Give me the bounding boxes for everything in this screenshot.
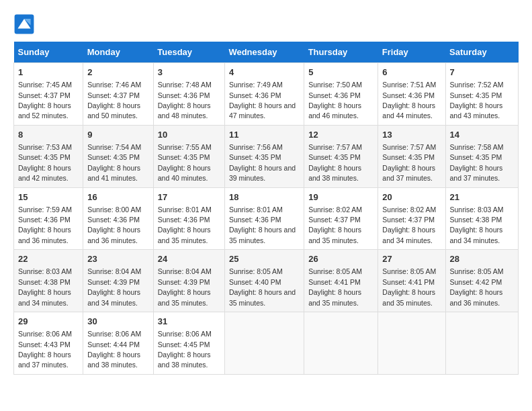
day-info: Sunrise: 7:55 AMSunset: 4:35 PMDaylight:… [158, 143, 212, 182]
day-number: 13 [382, 129, 441, 141]
day-info: Sunrise: 7:49 AMSunset: 4:36 PMDaylight:… [229, 81, 296, 120]
day-cell: 23Sunrise: 8:04 AMSunset: 4:39 PMDayligh… [83, 250, 154, 312]
day-info: Sunrise: 7:57 AMSunset: 4:35 PMDaylight:… [308, 143, 362, 182]
day-number: 23 [87, 253, 149, 265]
day-info: Sunrise: 7:46 AMSunset: 4:37 PMDaylight:… [87, 81, 141, 120]
day-info: Sunrise: 8:03 AMSunset: 4:38 PMDaylight:… [450, 205, 504, 244]
day-cell: 2Sunrise: 7:46 AMSunset: 4:37 PMDaylight… [83, 63, 154, 126]
day-cell [304, 312, 378, 375]
calendar-table: SundayMondayTuesdayWednesdayThursdayFrid… [13, 42, 519, 375]
day-cell: 13Sunrise: 7:57 AMSunset: 4:35 PMDayligh… [378, 125, 445, 187]
day-cell: 30Sunrise: 8:06 AMSunset: 4:44 PMDayligh… [83, 312, 154, 375]
day-cell: 1Sunrise: 7:45 AMSunset: 4:37 PMDaylight… [14, 63, 83, 126]
day-info: Sunrise: 8:06 AMSunset: 4:43 PMDaylight:… [18, 330, 72, 369]
column-header-thursday: Thursday [304, 42, 378, 63]
day-cell: 18Sunrise: 8:01 AMSunset: 4:36 PMDayligh… [224, 187, 304, 250]
day-info: Sunrise: 8:05 AMSunset: 4:40 PMDaylight:… [229, 267, 296, 306]
day-number: 25 [229, 253, 300, 265]
day-cell: 28Sunrise: 8:05 AMSunset: 4:42 PMDayligh… [445, 250, 519, 312]
day-info: Sunrise: 8:02 AMSunset: 4:37 PMDaylight:… [308, 205, 362, 244]
day-number: 3 [158, 66, 220, 79]
week-row-2: 8Sunrise: 7:53 AMSunset: 4:35 PMDaylight… [14, 125, 519, 187]
week-row-3: 15Sunrise: 7:59 AMSunset: 4:36 PMDayligh… [14, 187, 519, 250]
day-info: Sunrise: 8:03 AMSunset: 4:38 PMDaylight:… [18, 267, 72, 306]
day-number: 19 [308, 191, 373, 203]
day-info: Sunrise: 7:53 AMSunset: 4:35 PMDaylight:… [18, 143, 72, 182]
day-number: 17 [158, 191, 220, 203]
day-info: Sunrise: 7:51 AMSunset: 4:36 PMDaylight:… [382, 81, 436, 120]
day-info: Sunrise: 7:45 AMSunset: 4:37 PMDaylight:… [18, 81, 72, 120]
day-cell [378, 312, 445, 375]
column-header-friday: Friday [378, 42, 445, 63]
day-cell: 15Sunrise: 7:59 AMSunset: 4:36 PMDayligh… [14, 187, 83, 250]
day-cell: 17Sunrise: 8:01 AMSunset: 4:36 PMDayligh… [153, 187, 224, 250]
day-cell: 29Sunrise: 8:06 AMSunset: 4:43 PMDayligh… [14, 312, 83, 375]
day-number: 28 [450, 253, 515, 265]
day-info: Sunrise: 7:56 AMSunset: 4:35 PMDaylight:… [229, 143, 296, 182]
day-number: 6 [382, 66, 441, 79]
day-cell: 27Sunrise: 8:05 AMSunset: 4:41 PMDayligh… [378, 250, 445, 312]
day-number: 12 [308, 129, 373, 141]
day-number: 27 [382, 253, 441, 265]
day-info: Sunrise: 8:05 AMSunset: 4:41 PMDaylight:… [382, 267, 436, 306]
day-number: 10 [158, 129, 220, 141]
day-cell [224, 312, 304, 375]
day-cell: 3Sunrise: 7:48 AMSunset: 4:36 PMDaylight… [153, 63, 224, 126]
column-header-wednesday: Wednesday [224, 42, 304, 63]
day-number: 26 [308, 253, 373, 265]
day-number: 24 [158, 253, 220, 265]
day-number: 21 [450, 191, 515, 203]
day-cell: 12Sunrise: 7:57 AMSunset: 4:35 PMDayligh… [304, 125, 378, 187]
day-cell: 6Sunrise: 7:51 AMSunset: 4:36 PMDaylight… [378, 63, 445, 126]
day-info: Sunrise: 8:04 AMSunset: 4:39 PMDaylight:… [158, 267, 212, 306]
day-info: Sunrise: 8:05 AMSunset: 4:42 PMDaylight:… [450, 267, 504, 306]
day-cell [445, 312, 519, 375]
day-cell: 31Sunrise: 8:06 AMSunset: 4:45 PMDayligh… [153, 312, 224, 375]
day-cell: 20Sunrise: 8:02 AMSunset: 4:37 PMDayligh… [378, 187, 445, 250]
day-cell: 9Sunrise: 7:54 AMSunset: 4:35 PMDaylight… [83, 125, 154, 187]
day-number: 16 [87, 191, 149, 203]
day-cell: 7Sunrise: 7:52 AMSunset: 4:35 PMDaylight… [445, 63, 519, 126]
week-row-1: 1Sunrise: 7:45 AMSunset: 4:37 PMDaylight… [14, 63, 519, 126]
day-cell: 19Sunrise: 8:02 AMSunset: 4:37 PMDayligh… [304, 187, 378, 250]
day-number: 9 [87, 129, 149, 141]
day-cell: 21Sunrise: 8:03 AMSunset: 4:38 PMDayligh… [445, 187, 519, 250]
day-cell: 22Sunrise: 8:03 AMSunset: 4:38 PMDayligh… [14, 250, 83, 312]
day-info: Sunrise: 7:52 AMSunset: 4:35 PMDaylight:… [450, 81, 504, 120]
day-info: Sunrise: 7:48 AMSunset: 4:36 PMDaylight:… [158, 81, 212, 120]
day-info: Sunrise: 7:54 AMSunset: 4:35 PMDaylight:… [87, 143, 141, 182]
day-info: Sunrise: 8:06 AMSunset: 4:45 PMDaylight:… [158, 330, 212, 369]
day-info: Sunrise: 8:00 AMSunset: 4:36 PMDaylight:… [87, 205, 141, 244]
day-info: Sunrise: 8:01 AMSunset: 4:36 PMDaylight:… [158, 205, 212, 244]
day-cell: 16Sunrise: 8:00 AMSunset: 4:36 PMDayligh… [83, 187, 154, 250]
day-cell: 5Sunrise: 7:50 AMSunset: 4:36 PMDaylight… [304, 63, 378, 126]
day-cell: 25Sunrise: 8:05 AMSunset: 4:40 PMDayligh… [224, 250, 304, 312]
column-header-tuesday: Tuesday [153, 42, 224, 63]
day-number: 30 [87, 316, 149, 328]
day-cell: 8Sunrise: 7:53 AMSunset: 4:35 PMDaylight… [14, 125, 83, 187]
day-cell: 4Sunrise: 7:49 AMSunset: 4:36 PMDaylight… [224, 63, 304, 126]
day-cell: 26Sunrise: 8:05 AMSunset: 4:41 PMDayligh… [304, 250, 378, 312]
day-info: Sunrise: 8:04 AMSunset: 4:39 PMDaylight:… [87, 267, 141, 306]
week-row-5: 29Sunrise: 8:06 AMSunset: 4:43 PMDayligh… [14, 312, 519, 375]
day-number: 18 [229, 191, 300, 203]
day-number: 31 [158, 316, 220, 328]
page-header [13, 13, 519, 35]
week-row-4: 22Sunrise: 8:03 AMSunset: 4:38 PMDayligh… [14, 250, 519, 312]
day-info: Sunrise: 8:05 AMSunset: 4:41 PMDaylight:… [308, 267, 362, 306]
day-number: 7 [450, 66, 515, 79]
column-header-saturday: Saturday [445, 42, 519, 63]
day-number: 1 [18, 66, 79, 79]
header-row: SundayMondayTuesdayWednesdayThursdayFrid… [14, 42, 519, 63]
column-header-monday: Monday [83, 42, 154, 63]
day-number: 14 [450, 129, 515, 141]
day-number: 15 [18, 191, 79, 203]
day-info: Sunrise: 8:01 AMSunset: 4:36 PMDaylight:… [229, 205, 296, 244]
day-info: Sunrise: 7:50 AMSunset: 4:36 PMDaylight:… [308, 81, 362, 120]
day-cell: 11Sunrise: 7:56 AMSunset: 4:35 PMDayligh… [224, 125, 304, 187]
column-header-sunday: Sunday [14, 42, 83, 63]
day-info: Sunrise: 7:58 AMSunset: 4:35 PMDaylight:… [450, 143, 504, 182]
day-number: 11 [229, 129, 300, 141]
logo [13, 13, 38, 35]
day-info: Sunrise: 8:06 AMSunset: 4:44 PMDaylight:… [87, 330, 141, 369]
